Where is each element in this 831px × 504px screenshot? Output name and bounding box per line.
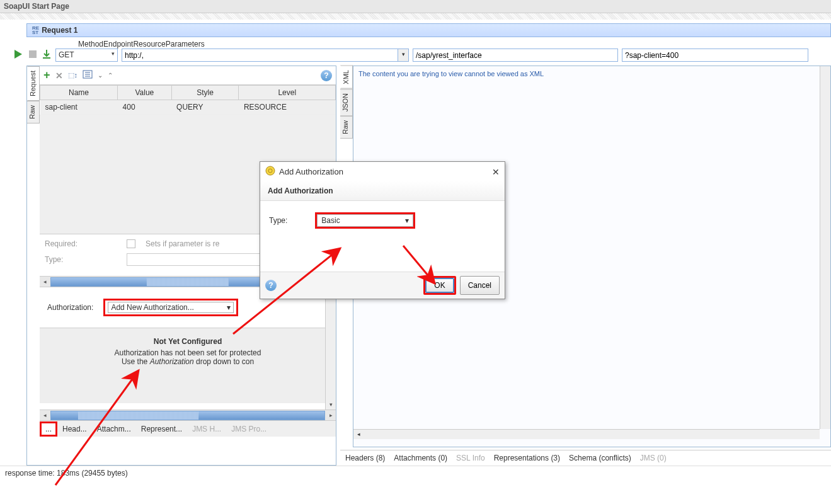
request-tab-title: Request 1: [42, 26, 77, 35]
resource-input[interactable]: [413, 49, 618, 62]
tab-r-headers[interactable]: Headers (8): [345, 454, 385, 462]
reorder-icon[interactable]: [83, 70, 93, 81]
dialog-title: Add Authorization: [279, 167, 488, 176]
not-configured-line1: Authorization has not been set for prote…: [46, 348, 330, 357]
auth-hscroll[interactable]: ◂ ▸: [40, 410, 336, 420]
xml-warning: The content you are trying to view canno…: [353, 66, 830, 81]
dialog-footer: ? OK Cancel: [260, 272, 505, 299]
tab-r-attachments[interactable]: Attachments (0): [394, 454, 447, 462]
chevron-down-icon: ▾: [227, 303, 231, 312]
move-up-icon[interactable]: ⬚↕: [68, 71, 78, 79]
cell-style: QUERY: [171, 100, 239, 115]
hscroll-thumb[interactable]: [147, 278, 229, 286]
required-desc: Sets if parameter is re: [146, 239, 219, 248]
required-checkbox[interactable]: [127, 239, 135, 248]
left-side-tabs: Request Raw: [27, 66, 40, 465]
method-value: GET: [59, 50, 74, 59]
type-label: Type:: [269, 216, 287, 225]
auth-dropdown[interactable]: Add New Authorization... ▾: [103, 299, 238, 316]
ok-button-highlight: OK: [423, 276, 456, 295]
help-icon[interactable]: ?: [321, 70, 332, 81]
close-icon[interactable]: ✕: [492, 167, 500, 177]
parameters-label: Parameters: [166, 40, 205, 49]
type-label: Type:: [45, 255, 120, 264]
auth-dropdown-value: Add New Authorization...: [111, 303, 193, 312]
tab-auth[interactable]: ...: [40, 421, 57, 437]
tab-r-jms[interactable]: JMS (0): [640, 454, 667, 462]
tab-jms-properties[interactable]: JMS Pro...: [226, 422, 272, 436]
right-bottom-tabs: Headers (8) Attachments (0) SSL Info Rep…: [340, 450, 831, 466]
scroll-down-icon[interactable]: ▾: [326, 399, 336, 410]
decorative-strip: [0, 13, 831, 20]
cancel-button[interactable]: Cancel: [460, 276, 500, 295]
endpoint-dropdown-button[interactable]: ▾: [398, 49, 409, 62]
dialog-header: Add Authorization: [260, 181, 505, 201]
endpoint-field[interactable]: ▾: [122, 49, 409, 62]
ok-button[interactable]: OK: [425, 278, 454, 293]
delete-param-icon[interactable]: ✕: [55, 71, 63, 81]
request-tab-row: REST Request 1: [0, 20, 831, 37]
endpoint-input[interactable]: [122, 49, 398, 62]
col-name[interactable]: Name: [40, 86, 118, 100]
stop-button[interactable]: [28, 49, 38, 61]
svg-rect-2: [43, 57, 50, 59]
col-value[interactable]: Value: [118, 86, 172, 100]
cell-name: sap-client: [40, 100, 118, 115]
hscroll-track[interactable]: [50, 411, 325, 420]
params-table: Name Value Style Level sap-client 400 QU…: [40, 85, 336, 115]
add-param-icon[interactable]: +: [43, 69, 50, 82]
cell-value: 400: [118, 100, 172, 115]
scroll-left-icon[interactable]: ◂: [353, 430, 364, 439]
tab-representations[interactable]: Represent...: [136, 422, 187, 436]
rest-badge-icon: REST: [32, 26, 39, 35]
col-level[interactable]: Level: [239, 86, 336, 100]
add-authorization-dialog: Add Authorization ✕ Add Authorization Ty…: [260, 161, 505, 299]
start-page-tab[interactable]: SoapUI Start Page: [0, 0, 831, 13]
dialog-help-icon[interactable]: ?: [265, 280, 277, 291]
auth-type-dropdown[interactable]: Basic ▾: [315, 212, 415, 229]
tab-jms-headers[interactable]: JMS H...: [187, 422, 226, 436]
col-style[interactable]: Style: [171, 86, 239, 100]
table-row[interactable]: sap-client 400 QUERY RESOURCE: [40, 100, 336, 115]
status-bar: response time: 183ms (29455 bytes): [0, 466, 831, 480]
right-vscroll[interactable]: [820, 66, 830, 429]
scroll-left-icon[interactable]: ◂: [40, 412, 50, 418]
method-combo[interactable]: GET▾: [55, 49, 118, 62]
not-configured-line2: Use the Authorization drop down to con: [46, 357, 330, 366]
left-bottom-tabs: ... Head... Attachm... Represent... JMS …: [40, 420, 336, 437]
chevron-down-icon: ▾: [112, 50, 115, 57]
side-tab-json[interactable]: JSON: [340, 89, 353, 116]
scroll-left-icon[interactable]: ◂: [40, 278, 50, 285]
side-tab-raw-r[interactable]: Raw: [340, 116, 353, 139]
scroll-right-icon[interactable]: ▸: [326, 412, 336, 418]
run-button[interactable]: [13, 49, 24, 62]
required-label: Required:: [45, 239, 120, 248]
request-tab[interactable]: REST Request 1: [26, 23, 831, 37]
show-icon[interactable]: ⌄: [98, 72, 103, 79]
parameters-input[interactable]: [622, 49, 808, 62]
dialog-titlebar[interactable]: Add Authorization ✕: [260, 162, 505, 181]
cell-level: RESOURCE: [239, 100, 336, 115]
auth-vscroll[interactable]: ▴ ▾: [325, 287, 336, 410]
chevron-down-icon: ▾: [405, 216, 409, 225]
right-hscroll[interactable]: ◂: [353, 429, 820, 439]
tab-r-representations[interactable]: Representations (3): [494, 454, 560, 462]
start-page-label: SoapUI Start Page: [4, 2, 69, 11]
params-toolbar: + ✕ ⬚↕ ⌄ ⌃ ?: [40, 66, 336, 85]
save-button[interactable]: [42, 49, 52, 62]
side-tab-request[interactable]: Request: [27, 66, 40, 101]
dialog-body: Type: Basic ▾: [260, 201, 505, 272]
auth-label: Authorization:: [47, 303, 93, 312]
method-label: Method: [78, 40, 103, 49]
hide-icon[interactable]: ⌃: [108, 72, 113, 79]
tab-r-ssl[interactable]: SSL Info: [456, 454, 485, 462]
side-tab-xml[interactable]: XML: [340, 66, 353, 89]
auth-type-value: Basic: [321, 216, 340, 225]
tab-attachments[interactable]: Attachm...: [92, 422, 136, 436]
svg-rect-1: [29, 50, 37, 58]
tab-r-schema[interactable]: Schema (conflicts): [569, 454, 631, 462]
hscroll-thumb[interactable]: [78, 411, 198, 420]
dialog-app-icon: [265, 166, 275, 178]
side-tab-raw[interactable]: Raw: [27, 101, 40, 123]
tab-headers[interactable]: Head...: [57, 422, 92, 436]
